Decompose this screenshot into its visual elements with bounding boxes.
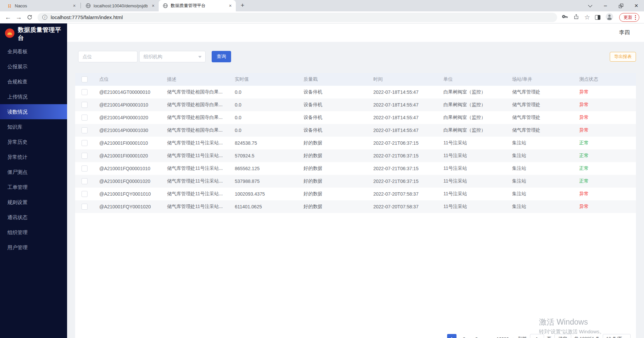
reload-icon[interactable] [24, 12, 35, 22]
chrome-update-button[interactable]: 更新 [619, 13, 639, 22]
sidebar-item[interactable]: 读数情况 [0, 104, 67, 119]
per-page-select[interactable]: 10 条/页 [603, 334, 631, 338]
sidebar-item[interactable]: 用户管理 [0, 240, 67, 255]
minimize-icon[interactable]: – [598, 0, 613, 11]
browser-tab[interactable]: 数据质量管理平台× [159, 0, 236, 11]
sidebar-item[interactable]: 工单管理 [0, 180, 67, 195]
checkbox-cell [75, 102, 99, 108]
filter-bar: 查询 导出报表 [78, 51, 636, 62]
tab-close-icon[interactable]: × [227, 3, 233, 9]
tab-close-icon[interactable]: × [71, 3, 77, 9]
browser-menu-icon[interactable] [635, 15, 636, 20]
cell-point: @A210001FQ00001020 [99, 179, 167, 184]
cell-time: 2022-07-21T06:37:15 [373, 140, 443, 146]
sidebar-item[interactable]: 通讯状态 [0, 210, 67, 225]
sidebar-item[interactable]: 规则设置 [0, 195, 67, 210]
profile-avatar-icon[interactable] [605, 13, 613, 22]
sidebar-item[interactable]: 公报展示 [0, 59, 67, 74]
sidebar-item[interactable]: 组织管理 [0, 225, 67, 240]
page-number[interactable]: 2 [460, 334, 469, 338]
checkbox[interactable] [82, 89, 88, 95]
share-icon[interactable] [573, 14, 579, 21]
sidebar: 数据质量管理平台 全局看板公报展示合规检查上传情况读数情况知识库异常历史异常统计… [0, 23, 67, 338]
checkbox[interactable] [82, 76, 88, 82]
forward-icon[interactable]: → [13, 12, 24, 22]
browser-tab[interactable]: [-]Nacos× [3, 0, 80, 11]
nacos-favicon: [-] [7, 3, 12, 8]
confirm-button[interactable]: 确定 [554, 334, 571, 338]
tab-search-icon[interactable] [582, 0, 598, 11]
sidebar-item[interactable]: 合规检查 [0, 74, 67, 89]
org-select[interactable] [139, 51, 206, 62]
sidebar-item[interactable]: 全局看板 [0, 44, 67, 59]
top-header: 李四 [67, 23, 644, 42]
column-header: 时间 [373, 76, 443, 82]
org-select-input[interactable] [139, 51, 206, 62]
cell-time: 2022-07-21T06:37:15 [373, 166, 443, 171]
page-number[interactable]: 1 [447, 334, 457, 338]
address-bar[interactable]: i localhost:7775/falarm/index.html [38, 13, 557, 22]
page-info-icon[interactable]: i [42, 15, 47, 20]
checkbox[interactable] [82, 102, 88, 108]
sidebar-item[interactable]: 异常统计 [0, 149, 67, 164]
sidebar-item[interactable]: 知识库 [0, 119, 67, 134]
page-ellipsis: … [484, 334, 494, 338]
page-number[interactable]: 10086 [497, 334, 509, 338]
tab-strip: [-]Nacos×localhost:10040/demo/psjdbc×数据质… [3, 0, 247, 11]
table-row: @A210001FQY0001020储气库管理处11号注采站...611401.… [75, 200, 636, 213]
cell-point: @E210014GT00000010 [99, 89, 167, 95]
side-panel-icon[interactable] [595, 15, 600, 20]
column-header: 实时值 [235, 76, 304, 82]
checkbox[interactable] [82, 140, 88, 146]
cell-value: 0.0 [235, 115, 304, 120]
cell-point: @A210001FQ00001010 [99, 166, 167, 171]
user-name[interactable]: 李四 [619, 29, 630, 36]
checkbox[interactable] [82, 165, 88, 172]
sidebar-item[interactable]: 僵尸测点 [0, 164, 67, 180]
total-label: 共 100851 条 [574, 336, 600, 338]
sidebar-item[interactable]: 异常历史 [0, 134, 67, 149]
tab-close-icon[interactable]: × [150, 3, 156, 9]
cell-value: 537988.875 [235, 179, 304, 184]
close-icon[interactable]: × [629, 0, 644, 11]
page-number[interactable]: 3 [472, 334, 481, 338]
column-header: 单位 [443, 76, 512, 82]
cell-unit: 白果树阀室（监控） [443, 115, 512, 121]
column-header: 描述 [167, 76, 235, 82]
goto-page-input[interactable] [530, 334, 544, 338]
next-page-icon[interactable]: › [512, 335, 515, 338]
cell-desc: 储气库管理处11号注采站... [167, 140, 235, 146]
table-row: @A210001FQ00001020储气库管理处11号注采站...537988.… [75, 175, 636, 188]
table-row: @A210001FQ00001010储气库管理处11号注采站...865562.… [75, 162, 636, 175]
bookmark-star-icon[interactable]: ☆ [584, 13, 590, 21]
cell-status: 正常 [579, 178, 636, 184]
column-header: 点位 [99, 76, 167, 82]
browser-tab[interactable]: localhost:10040/demo/psjdbc× [82, 0, 159, 11]
restore-icon[interactable] [613, 0, 629, 11]
new-tab-button[interactable]: + [238, 1, 247, 10]
sidebar-item[interactable]: 上传情况 [0, 89, 67, 104]
cell-desc: 储气库管理处相国寺白果... [167, 115, 235, 121]
toolbar-icons: ☆ 更新 [560, 13, 641, 22]
cell-status: 异常 [579, 191, 636, 197]
cell-time: 2022-07-18T14:55:47 [373, 89, 443, 95]
page-unit-label: 页 [547, 336, 551, 338]
checkbox[interactable] [82, 191, 88, 197]
checkbox[interactable] [82, 178, 88, 184]
prev-page-icon[interactable]: ‹ [441, 335, 444, 338]
cell-station: 储气库管理处 [512, 115, 579, 121]
checkbox[interactable] [82, 115, 88, 121]
column-header: 场站/单井 [512, 76, 579, 82]
cell-time: 2022-07-20T07:58:37 [373, 191, 443, 197]
checkbox[interactable] [82, 153, 88, 159]
export-report-button[interactable]: 导出报表 [610, 52, 636, 62]
checkbox[interactable] [82, 127, 88, 133]
cell-quality: 好的数据 [304, 191, 373, 197]
search-button[interactable]: 查询 [212, 51, 231, 62]
point-input[interactable] [78, 51, 138, 62]
window-controls: – × [582, 0, 644, 11]
back-icon[interactable]: ← [3, 12, 13, 22]
password-key-icon[interactable] [562, 13, 568, 21]
checkbox[interactable] [82, 204, 88, 210]
checkbox-cell [75, 76, 99, 82]
